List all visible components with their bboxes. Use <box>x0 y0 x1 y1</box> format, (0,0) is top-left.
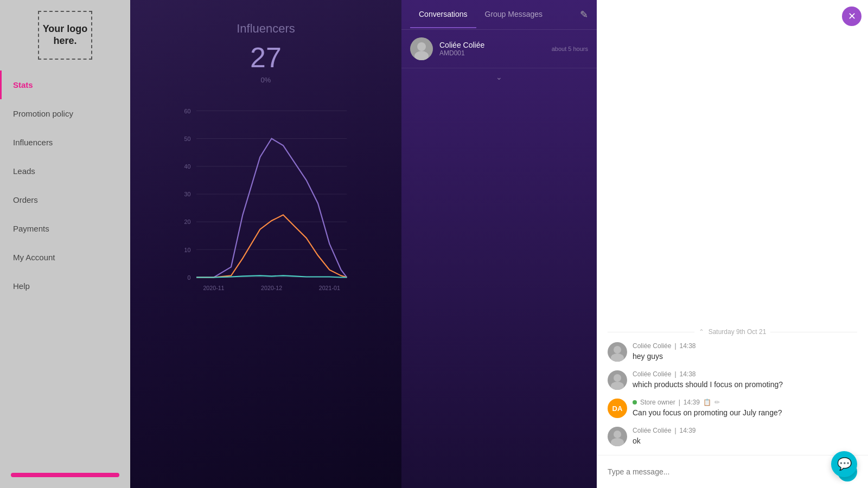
message-content: Store owner | 14:39 📋 ✏ Can you focus on… <box>633 399 857 417</box>
sidebar-nav: Stats Promotion policy Influencers Leads… <box>0 70 130 462</box>
message-content: Coliée Coliée | 14:38 hey guys <box>633 342 857 361</box>
sidebar-item-my-account[interactable]: My Account <box>0 243 130 272</box>
contact-id: AMD001 <box>439 49 552 57</box>
sidebar-item-orders[interactable]: Orders <box>0 185 130 214</box>
message-text: Can you focus on promoting our July rang… <box>633 408 857 417</box>
edit-message-icon[interactable]: ✏ <box>714 399 720 406</box>
chat-input-area: ➤ <box>597 455 868 488</box>
message-content: Coliée Coliée | 14:39 ok <box>633 427 857 445</box>
chat-date-separator: ⌃ Saturday 9th Oct 21 <box>608 322 857 342</box>
chat-panel: ✕ ⌃ Saturday 9th Oct 21 Coliée Coliée | … <box>597 0 868 488</box>
logo-area: Your logo here. <box>0 0 130 70</box>
svg-text:0: 0 <box>187 274 190 281</box>
sidebar-item-influencers[interactable]: Influencers <box>0 128 130 157</box>
chat-bubble-icon: 💬 <box>837 457 852 471</box>
chart-title: Influencers <box>237 22 295 36</box>
floating-chat-button[interactable]: 💬 <box>831 451 857 477</box>
message-avatar <box>608 342 627 362</box>
message-text: which products should I focus on promoti… <box>633 380 857 389</box>
svg-point-24 <box>614 374 621 382</box>
sidebar: Your logo here. Stats Promotion policy I… <box>0 0 130 488</box>
message-author: Store owner | 14:39 📋 ✏ <box>633 399 857 406</box>
edit-icon[interactable]: ✎ <box>580 9 588 21</box>
main-content: Influencers 27 0% 60 50 40 30 20 10 0 20… <box>130 0 401 488</box>
svg-text:2020-11: 2020-11 <box>203 285 224 291</box>
message-content: Coliée Coliée | 14:38 which products sho… <box>633 370 857 389</box>
tab-conversations[interactable]: Conversations <box>410 1 476 28</box>
tab-group-messages[interactable]: Group Messages <box>476 1 552 28</box>
svg-text:2021-01: 2021-01 <box>319 285 340 291</box>
contact-info: Coliée Coliée AMD001 <box>439 41 552 57</box>
sidebar-item-payments[interactable]: Payments <box>0 214 130 243</box>
conversation-body <box>401 86 597 488</box>
svg-text:40: 40 <box>184 163 190 170</box>
contact-avatar <box>410 37 433 60</box>
message-avatar <box>608 427 627 446</box>
chart-svg: 60 50 40 30 20 10 0 2020-11 2020-12 2021… <box>179 95 353 312</box>
message-text: hey guys <box>633 352 857 361</box>
message-text: ok <box>633 436 857 445</box>
sidebar-bottom <box>0 462 130 488</box>
chart-subtitle: 0% <box>261 76 271 84</box>
message-avatar <box>608 370 627 390</box>
message-author: Coliée Coliée | 14:38 <box>633 370 857 378</box>
online-indicator <box>633 400 637 404</box>
svg-text:50: 50 <box>184 136 190 142</box>
svg-point-21 <box>614 346 621 354</box>
message-avatar: DA <box>608 399 627 418</box>
sidebar-progress-bar <box>11 473 119 477</box>
sidebar-item-leads[interactable]: Leads <box>0 157 130 185</box>
chevron-up-icon: ⌃ <box>699 328 704 336</box>
logo-text: Your logo here. <box>39 23 91 47</box>
chat-message: Coliée Coliée | 14:38 hey guys <box>608 342 857 362</box>
sidebar-item-stats[interactable]: Stats <box>0 70 130 99</box>
conversations-panel: Conversations Group Messages ✎ Coliée Co… <box>401 0 597 488</box>
message-author: Coliée Coliée | 14:39 <box>633 427 857 434</box>
copy-icon[interactable]: 📋 <box>703 399 711 406</box>
sidebar-item-help[interactable]: Help <box>0 272 130 300</box>
chat-message: DA Store owner | 14:39 📋 ✏ Can you focus… <box>608 399 857 418</box>
svg-text:60: 60 <box>184 108 190 114</box>
message-author: Coliée Coliée | 14:38 <box>633 342 857 350</box>
close-button[interactable]: ✕ <box>842 7 861 26</box>
contact-name: Coliée Coliée <box>439 41 552 49</box>
svg-text:20: 20 <box>184 219 190 225</box>
chat-input[interactable] <box>608 463 832 480</box>
chat-message: Coliée Coliée | 14:39 ok <box>608 427 857 446</box>
svg-text:2020-12: 2020-12 <box>261 285 282 291</box>
chat-message: Coliée Coliée | 14:38 which products sho… <box>608 370 857 390</box>
conversations-header: Conversations Group Messages ✎ <box>401 0 597 30</box>
svg-text:10: 10 <box>184 247 190 253</box>
chat-body: ⌃ Saturday 9th Oct 21 Coliée Coliée | 14… <box>597 0 868 455</box>
chevron-down-icon[interactable]: ⌄ <box>401 68 597 86</box>
chart-area: 60 50 40 30 20 10 0 2020-11 2020-12 2021… <box>179 95 353 312</box>
sidebar-item-promotion-policy[interactable]: Promotion policy <box>0 99 130 128</box>
contact-time: about 5 hours <box>552 46 588 52</box>
conversation-contact-item[interactable]: Coliée Coliée AMD001 about 5 hours <box>401 30 597 68</box>
chart-number: 27 <box>250 41 282 74</box>
svg-point-18 <box>417 42 426 51</box>
logo-box: Your logo here. <box>38 11 92 60</box>
svg-text:30: 30 <box>184 191 190 197</box>
svg-point-27 <box>614 431 621 438</box>
